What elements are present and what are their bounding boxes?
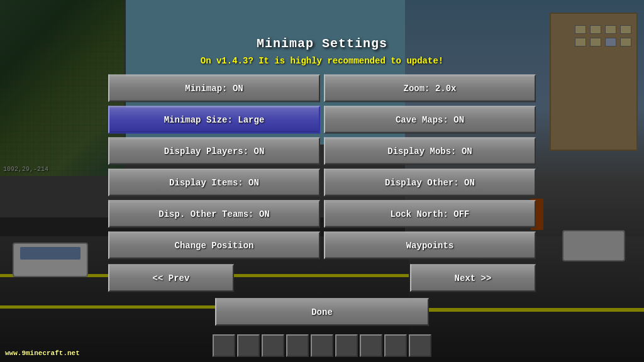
- hotbar-slot-2: [237, 334, 260, 357]
- dialog-warning: On v1.4.3? It is highly recommended to u…: [201, 56, 443, 66]
- lock-north-button[interactable]: Lock North: OFF: [324, 200, 536, 228]
- hotbar-slot-6: [335, 334, 358, 357]
- settings-buttons-grid: Minimap: ON Zoom: 2.0x Minimap Size: Lar…: [108, 75, 536, 260]
- hotbar-slot-3: [262, 334, 284, 357]
- prev-button[interactable]: << Prev: [108, 265, 234, 292]
- hotbar-slot-8: [384, 334, 407, 357]
- settings-dialog: Minimap Settings On v1.4.3? It is highly…: [108, 36, 536, 326]
- change-position-button[interactable]: Change Position: [108, 232, 320, 260]
- display-players-button[interactable]: Display Players: ON: [108, 138, 320, 165]
- hotbar-slot-4: [286, 334, 309, 357]
- dialog-title: Minimap Settings: [257, 36, 387, 51]
- next-button[interactable]: Next >>: [410, 265, 536, 292]
- nav-row: << Prev Next >>: [108, 265, 536, 292]
- hotbar-slot-1: [213, 334, 235, 357]
- nav-spacer: [238, 265, 406, 292]
- zoom-button[interactable]: Zoom: 2.0x: [324, 75, 536, 102]
- cave-maps-button[interactable]: Cave Maps: ON: [324, 106, 536, 134]
- hotbar: [213, 334, 431, 357]
- display-mobs-button[interactable]: Display Mobs: ON: [324, 138, 536, 165]
- display-other-button[interactable]: Display Other: ON: [324, 169, 536, 197]
- hotbar-slot-7: [360, 334, 382, 357]
- waypoints-button[interactable]: Waypoints: [324, 232, 536, 260]
- done-button[interactable]: Done: [215, 299, 429, 326]
- hotbar-slot-5: [311, 334, 333, 357]
- hotbar-slot-9: [409, 334, 431, 357]
- done-row: Done: [108, 299, 536, 326]
- minimap-toggle-button[interactable]: Minimap: ON: [108, 75, 320, 102]
- minimap-size-button[interactable]: Minimap Size: Large: [108, 106, 320, 134]
- watermark: www.9minecraft.net: [5, 349, 80, 357]
- display-items-button[interactable]: Display Items: ON: [108, 169, 320, 197]
- disp-other-teams-button[interactable]: Disp. Other Teams: ON: [108, 200, 320, 228]
